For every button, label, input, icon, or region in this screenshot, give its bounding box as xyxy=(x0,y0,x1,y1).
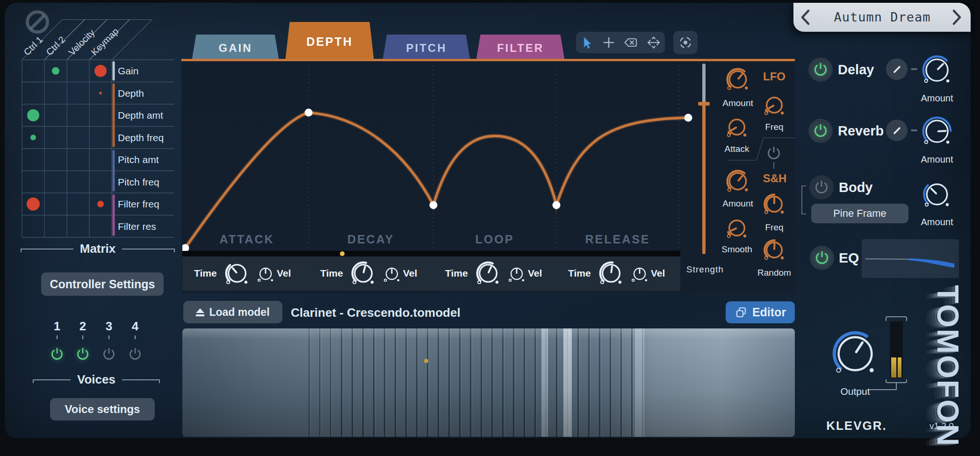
tab-gain[interactable]: GAIN xyxy=(192,35,279,61)
decay-time-knob[interactable] xyxy=(351,261,376,286)
preset-name[interactable]: Autumn Dream xyxy=(817,3,948,32)
matrix-dot[interactable] xyxy=(27,109,39,121)
stretch-tool[interactable] xyxy=(646,36,661,50)
delete-point-tool[interactable] xyxy=(623,36,638,50)
output-meter-bracket-top xyxy=(886,316,907,321)
envelope-point[interactable] xyxy=(553,201,561,209)
release-vel-knob[interactable] xyxy=(631,265,648,282)
voice-tick xyxy=(135,335,136,339)
voice-settings-button[interactable]: Voice settings xyxy=(50,398,155,420)
reverb-connector xyxy=(911,129,917,131)
next-preset-button[interactable] xyxy=(948,7,965,27)
body-model-name: Pine Frame xyxy=(833,207,886,220)
loop-vel-knob[interactable] xyxy=(508,265,525,282)
matrix-row-label: Pitch freq xyxy=(118,177,159,187)
body-model-selector[interactable]: Pine Frame xyxy=(811,204,908,223)
playhead-marker xyxy=(340,251,345,256)
auto-scale-tool[interactable] xyxy=(673,31,698,54)
sh-power-button[interactable] xyxy=(765,145,782,162)
mod-matrix[interactable]: Ctrl 1 Ctrl 2 Velocity Keymap Gain Depth… xyxy=(18,4,177,247)
envelope-point[interactable] xyxy=(685,114,692,122)
envelope-curve-glow xyxy=(185,113,688,248)
matrix-dot[interactable] xyxy=(94,65,107,77)
sh-freq-knob[interactable] xyxy=(763,193,785,215)
model-filename: Clarinet - Crescendo.tomodel xyxy=(291,306,461,320)
select-cursor-tool[interactable] xyxy=(580,36,594,50)
editor-label: Editor xyxy=(752,306,786,319)
reverb-power-button[interactable] xyxy=(808,119,833,143)
tab-filter[interactable]: FILTER xyxy=(476,35,565,61)
release-time-label: Time xyxy=(568,268,601,279)
output-connector-h xyxy=(870,389,897,390)
envelope-point[interactable] xyxy=(430,201,438,209)
voice-number-3: 3 xyxy=(100,319,118,334)
eject-icon xyxy=(196,308,204,316)
controller-settings-button[interactable]: Controller Settings xyxy=(41,272,164,296)
reverb-amount-label: Amount xyxy=(915,154,959,165)
editor-button[interactable]: Editor xyxy=(726,301,795,323)
matrix-col-keymap: Keymap xyxy=(89,26,120,57)
strength-slider[interactable] xyxy=(702,64,706,254)
meter-bar xyxy=(898,357,901,378)
output-knob[interactable] xyxy=(831,329,879,378)
add-point-tool[interactable] xyxy=(602,36,615,49)
body-amount-knob[interactable] xyxy=(922,179,952,209)
matrix-dot[interactable] xyxy=(97,201,104,207)
envelope-editor-graph[interactable] xyxy=(182,61,697,253)
body-power-button[interactable] xyxy=(809,175,834,200)
lfo-freq-knob[interactable] xyxy=(763,94,785,116)
voice-2-power-button[interactable] xyxy=(72,343,94,365)
eq-display[interactable] xyxy=(862,239,959,278)
envelope-section-attack: ATTACK xyxy=(205,233,289,246)
body-amount-label: Amount xyxy=(915,217,959,228)
preset-bar: Autumn Dream xyxy=(793,3,971,32)
attack-vel-knob[interactable] xyxy=(257,265,274,282)
voice-number-4: 4 xyxy=(126,319,144,334)
tab-depth[interactable]: DEPTH xyxy=(285,22,374,61)
delay-amount-knob[interactable] xyxy=(921,54,953,86)
eq-power-button[interactable] xyxy=(810,246,834,270)
delay-label: Delay xyxy=(838,62,874,78)
attack-time-knob[interactable] xyxy=(224,261,250,286)
matrix-row-label: Filter res xyxy=(118,221,156,232)
voice-number-2: 2 xyxy=(73,319,92,334)
reverb-edit-button[interactable] xyxy=(886,120,908,141)
envelope-section-release: RELEASE xyxy=(576,233,660,246)
loop-time-knob[interactable] xyxy=(476,261,501,286)
load-model-button[interactable]: Load model xyxy=(183,301,282,323)
voice-3-power-button[interactable] xyxy=(98,343,120,365)
matrix-dot[interactable] xyxy=(27,198,40,211)
matrix-dot[interactable] xyxy=(99,92,102,94)
voice-1-power-button[interactable] xyxy=(46,343,68,365)
release-time-knob[interactable] xyxy=(598,261,624,286)
pencil-icon xyxy=(891,124,903,136)
reverb-amount-knob[interactable] xyxy=(921,115,953,147)
keymap-highlight-zone xyxy=(635,328,644,437)
matrix-dot[interactable] xyxy=(52,67,59,75)
lfo-amount-knob[interactable] xyxy=(726,67,750,92)
voice-4-power-button[interactable] xyxy=(124,343,146,365)
matrix-title: Matrix xyxy=(21,242,175,256)
strength-slider-handle[interactable] xyxy=(698,102,710,106)
keymap-display[interactable] xyxy=(182,328,795,437)
matrix-dot[interactable] xyxy=(30,135,36,140)
release-vel-label: Vel xyxy=(651,268,671,279)
matrix-col-ctrl2: Ctrl 2 xyxy=(44,34,67,57)
delay-edit-button[interactable] xyxy=(886,58,908,80)
delay-connector xyxy=(911,68,917,70)
sh-title: S&H xyxy=(757,172,792,185)
tab-pitch[interactable]: PITCH xyxy=(382,35,470,61)
sh-amount-label: Amount xyxy=(715,199,760,209)
sh-random-knob[interactable] xyxy=(763,239,785,261)
envelope-timeline-bar[interactable] xyxy=(182,251,680,256)
output-level-meter xyxy=(890,321,903,378)
sh-amount-knob[interactable] xyxy=(726,169,750,193)
attack-vel-label: Vel xyxy=(277,268,297,279)
decay-vel-knob[interactable] xyxy=(383,265,400,282)
voice-settings-label: Voice settings xyxy=(65,403,140,416)
sh-smooth-knob[interactable] xyxy=(726,217,748,239)
envelope-point[interactable] xyxy=(305,109,313,117)
prev-preset-button[interactable] xyxy=(797,7,814,27)
delay-power-button[interactable] xyxy=(808,57,833,82)
matrix-row-label: Gain xyxy=(118,65,138,76)
